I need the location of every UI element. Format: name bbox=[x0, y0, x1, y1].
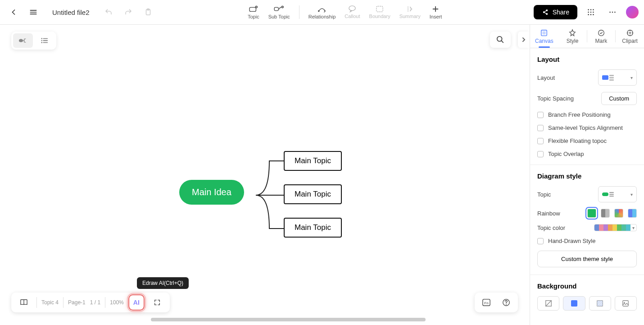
topic-tool[interactable]: Topic bbox=[244, 3, 263, 21]
apps-button[interactable] bbox=[583, 4, 599, 20]
bg-solid[interactable] bbox=[563, 296, 585, 311]
fn-icon: Fn bbox=[482, 298, 491, 307]
svg-point-20 bbox=[593, 14, 594, 15]
outline-view-button[interactable] bbox=[35, 33, 54, 48]
svg-point-19 bbox=[590, 14, 592, 15]
undo-icon bbox=[104, 8, 113, 16]
more-button[interactable] bbox=[604, 4, 621, 20]
layout-label: Layout bbox=[537, 74, 555, 81]
search-button[interactable] bbox=[490, 32, 511, 48]
svg-point-27 bbox=[41, 42, 42, 43]
topic-node[interactable]: Main Topic bbox=[284, 184, 342, 204]
hand-drawn-checkbox[interactable] bbox=[537, 238, 544, 244]
none-icon bbox=[545, 300, 552, 307]
topic-node[interactable]: Main Topic bbox=[284, 151, 342, 171]
boundary-icon bbox=[376, 5, 384, 13]
relationship-label: Relationship bbox=[308, 14, 336, 19]
share-button[interactable]: Share bbox=[534, 5, 577, 19]
header: Untitled file2 Topic Sub Topic Relations… bbox=[0, 0, 644, 25]
same-level-checkbox[interactable] bbox=[537, 125, 544, 131]
page-label: Page-1 bbox=[68, 299, 86, 306]
svg-point-18 bbox=[588, 14, 589, 15]
zoom-level[interactable]: 100% bbox=[110, 299, 124, 306]
rainbow-options bbox=[587, 209, 637, 218]
topic-style-dropdown[interactable]: ▾ bbox=[598, 186, 637, 202]
rainbow-opt-1[interactable] bbox=[587, 209, 596, 218]
back-button[interactable] bbox=[5, 4, 22, 20]
panel-tabs: Canvas Style Mark Clipart bbox=[530, 25, 644, 48]
clipboard-button[interactable] bbox=[140, 4, 156, 20]
summary-icon bbox=[406, 5, 413, 13]
hamburger-icon bbox=[29, 8, 38, 17]
avatar[interactable] bbox=[626, 6, 639, 18]
svg-point-23 bbox=[614, 12, 616, 13]
menu-button[interactable] bbox=[25, 4, 41, 20]
redo-icon bbox=[124, 8, 132, 16]
color-picker[interactable]: ▾ bbox=[594, 224, 637, 231]
custom-spacing-button[interactable]: Custom bbox=[601, 92, 637, 105]
divider bbox=[299, 5, 299, 19]
share-icon bbox=[542, 9, 549, 16]
branch-free-checkbox[interactable] bbox=[537, 112, 544, 118]
horizontal-scrollbar[interactable] bbox=[151, 318, 426, 321]
canvas-icon bbox=[540, 29, 548, 37]
branch-free-label: Branch Free Positioning bbox=[548, 111, 611, 118]
flexible-checkbox[interactable] bbox=[537, 138, 544, 144]
overlap-label: Topic Overlap bbox=[548, 151, 584, 157]
undo-button[interactable] bbox=[100, 4, 117, 20]
divider bbox=[105, 297, 105, 308]
image-icon bbox=[622, 300, 629, 307]
rainbow-row: Rainbow bbox=[537, 209, 637, 218]
help-button[interactable] bbox=[498, 294, 514, 311]
summary-tool: Summary bbox=[396, 4, 424, 21]
bg-pattern[interactable] bbox=[589, 296, 611, 311]
tab-style[interactable]: Style bbox=[558, 25, 587, 48]
overlap-checkbox[interactable] bbox=[537, 151, 544, 157]
rainbow-opt-2[interactable] bbox=[601, 209, 610, 218]
page-position: 1 / 1 bbox=[90, 299, 100, 306]
book-icon bbox=[20, 299, 28, 306]
tab-clipart[interactable]: Clipart bbox=[616, 25, 644, 48]
main-idea-node[interactable]: Main Idea bbox=[179, 180, 244, 205]
svg-rect-36 bbox=[623, 301, 628, 306]
tab-canvas[interactable]: Canvas bbox=[530, 25, 558, 48]
tab-mark[interactable]: Mark bbox=[587, 25, 616, 48]
mindmap-view-button[interactable] bbox=[13, 33, 33, 48]
plus-icon bbox=[431, 5, 440, 13]
bg-image[interactable] bbox=[615, 296, 637, 311]
rainbow-opt-3[interactable] bbox=[614, 209, 623, 218]
chevron-right-icon bbox=[522, 37, 526, 43]
relationship-tool[interactable]: Relationship bbox=[305, 3, 340, 21]
boundary-tool: Boundary bbox=[366, 4, 394, 21]
grid-icon bbox=[587, 8, 595, 16]
custom-theme-button[interactable]: Custom theme style bbox=[537, 251, 637, 267]
canvas[interactable]: Main Idea Main Topic Main Topic Main Top… bbox=[0, 25, 530, 325]
fullscreen-icon bbox=[154, 299, 161, 306]
pages-button[interactable] bbox=[16, 294, 32, 311]
ai-button[interactable]: AI bbox=[128, 294, 145, 311]
svg-point-21 bbox=[609, 12, 611, 13]
subtopic-tool[interactable]: Sub Topic bbox=[265, 3, 294, 21]
svg-point-12 bbox=[588, 9, 589, 10]
svg-rect-8 bbox=[376, 6, 383, 12]
style-icon bbox=[568, 29, 576, 37]
rainbow-opt-4[interactable] bbox=[628, 209, 637, 218]
topic-color-row: Topic color ▾ bbox=[537, 224, 637, 231]
sidebar-toggle[interactable] bbox=[518, 32, 530, 48]
topic-node[interactable]: Main Topic bbox=[284, 218, 342, 238]
fullscreen-button[interactable] bbox=[149, 294, 165, 311]
svg-point-25 bbox=[41, 38, 42, 39]
properties-panel: Canvas Style Mark Clipart Layout Layout bbox=[530, 25, 644, 325]
bottom-right-bar: Fn bbox=[475, 293, 518, 312]
layout-dropdown[interactable]: ▾ bbox=[598, 69, 637, 86]
redo-button[interactable] bbox=[120, 4, 136, 20]
topic-icon bbox=[249, 5, 259, 13]
filename[interactable]: Untitled file2 bbox=[49, 7, 93, 18]
bg-none[interactable] bbox=[537, 296, 559, 311]
insert-tool[interactable]: Insert bbox=[426, 3, 446, 21]
background-title: Background bbox=[537, 282, 637, 290]
function-button[interactable]: Fn bbox=[478, 294, 494, 311]
hand-drawn-row: Hand-Drawn Style bbox=[537, 238, 637, 244]
svg-point-26 bbox=[41, 40, 42, 41]
topic-preview-icon bbox=[602, 192, 614, 197]
